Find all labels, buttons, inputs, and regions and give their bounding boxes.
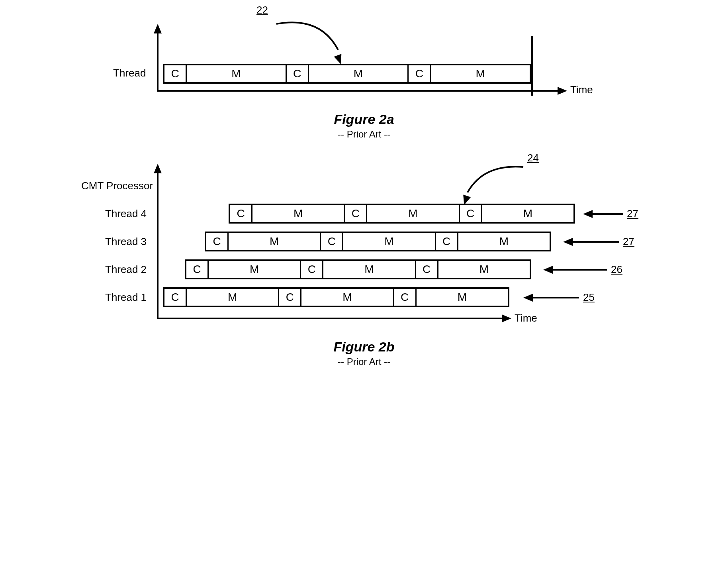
- fig2b-thread1-label: Thread 1: [105, 291, 147, 304]
- seg-c: C: [416, 261, 438, 278]
- fig2a-x-label: Time: [570, 84, 593, 96]
- seg-m: M: [367, 205, 460, 222]
- fig2b-x-axis: [157, 318, 503, 319]
- fig2a-thread-bar: C M C M C M: [163, 64, 531, 84]
- seg-c: C: [164, 289, 187, 306]
- fig2b-subtitle: -- Prior Art --: [85, 356, 643, 367]
- fig2b-x-label: Time: [515, 312, 537, 324]
- fig2a-chart: 22 Thread C M C M C M Time: [85, 16, 643, 104]
- seg-c: C: [394, 289, 417, 306]
- seg-c: C: [279, 289, 301, 306]
- seg-m: M: [323, 261, 416, 278]
- seg-c: C: [436, 233, 458, 250]
- ref-arrow-line: [591, 213, 623, 215]
- fig2b-thread1-bar: C M C M C M: [163, 287, 509, 307]
- seg-c: C: [230, 205, 252, 222]
- ref-arrow-line: [551, 269, 607, 271]
- seg-c: C: [164, 65, 187, 82]
- seg-c: C: [409, 65, 431, 82]
- fig2a-ref-label: 22: [256, 4, 268, 16]
- seg-c: C: [206, 233, 229, 250]
- seg-m: M: [252, 205, 345, 222]
- fig2b-title: Figure 2b: [85, 339, 643, 355]
- seg-m: M: [458, 233, 550, 250]
- fig2a-y-axis: [157, 32, 159, 92]
- seg-m: M: [301, 289, 394, 306]
- seg-m: M: [343, 233, 436, 250]
- seg-m: M: [482, 205, 573, 222]
- fig2b-y-axis: [157, 172, 159, 319]
- fig2b-thread1-ref: 25: [583, 291, 595, 304]
- seg-m: M: [209, 261, 301, 278]
- figure-2a: 22 Thread C M C M C M Time Figure 2a -- …: [85, 16, 643, 140]
- fig2a-title: Figure 2a: [85, 112, 643, 127]
- seg-c: C: [345, 205, 367, 222]
- seg-m: M: [229, 233, 321, 250]
- seg-m: M: [438, 261, 530, 278]
- fig2b-thread2-bar: C M C M C M: [185, 259, 531, 279]
- seg-m: M: [187, 65, 287, 82]
- figure-2b: 24 CMT Processor Thread 4 Thread 3 Threa…: [85, 164, 643, 367]
- seg-m: M: [309, 65, 409, 82]
- fig2b-thread2-ref: 26: [611, 263, 622, 276]
- fig2b-thread3-label: Thread 3: [105, 236, 147, 248]
- fig2a-end-marker: [531, 36, 533, 96]
- fig2b-thread3-bar: C M C M C M: [205, 232, 551, 251]
- fig2b-thread4-ref: 27: [627, 208, 638, 220]
- arrowhead-right-icon: [558, 87, 567, 95]
- arrowhead-up-icon: [154, 164, 162, 173]
- seg-m: M: [431, 65, 530, 82]
- fig2b-chart: CMT Processor Thread 4 Thread 3 Thread 2…: [85, 164, 643, 331]
- seg-m: M: [417, 289, 508, 306]
- seg-c: C: [321, 233, 343, 250]
- seg-c: C: [287, 65, 309, 82]
- fig2b-thread3-ref: 27: [623, 236, 634, 248]
- seg-c: C: [186, 261, 209, 278]
- seg-c: C: [301, 261, 323, 278]
- fig2a-subtitle: -- Prior Art --: [85, 129, 643, 140]
- ref-arrow-line: [571, 241, 619, 243]
- fig2a-x-axis: [157, 90, 559, 92]
- arrowhead-right-icon: [502, 314, 511, 322]
- seg-c: C: [460, 205, 482, 222]
- fig2b-thread2-label: Thread 2: [105, 263, 147, 276]
- fig2b-thread4-bar: C M C M C M: [229, 204, 575, 224]
- fig2b-thread4-label: Thread 4: [105, 208, 147, 220]
- fig2a-thread-label: Thread: [113, 67, 146, 79]
- fig2b-header-label: CMT Processor: [81, 180, 153, 192]
- arrowhead-up-icon: [154, 24, 162, 33]
- seg-m: M: [187, 289, 279, 306]
- ref-arrow-line: [531, 297, 579, 298]
